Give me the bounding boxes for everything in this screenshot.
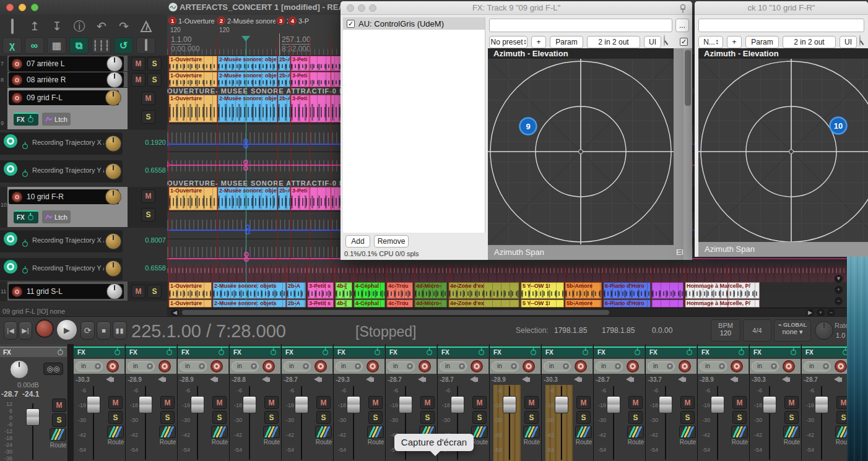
close-icon[interactable] [347,4,354,12]
volume-fader[interactable] [399,396,412,413]
record-arm-button[interactable] [263,360,275,373]
master-route-button[interactable] [50,428,66,441]
input-selector[interactable]: in▼ [544,361,571,371]
fx-power-icon[interactable] [531,350,536,355]
media-item[interactable] [651,299,684,308]
latch-mode-button[interactable]: Ltch [42,210,71,223]
horizontal-scrollbar[interactable]: ◀ ▶ + − [167,308,847,316]
speaker-icon[interactable] [106,376,115,383]
route-button[interactable] [627,426,644,438]
media-item[interactable]: 3-Petit s [307,299,334,308]
record-button[interactable] [35,319,54,338]
record-arm-button[interactable] [367,360,379,373]
remove-fx-button[interactable]: Remove [374,235,409,248]
fx-comment-field[interactable] [698,19,864,32]
fx-window-track9[interactable]: FX: Track 9 "09 grid F-L" ✓ AU: ControlG… [341,1,692,260]
pan-knob[interactable] [105,90,121,106]
volume-fader[interactable] [763,396,776,413]
speaker-icon[interactable] [366,376,375,383]
solo-button[interactable]: S [628,411,643,424]
speaker-icon[interactable] [626,376,635,383]
tempo-marker[interactable]: 120 [170,27,181,33]
global-value[interactable]: none ▾ [775,328,810,336]
undo-icon[interactable]: ↶ [92,19,111,35]
media-item[interactable]: 2-Musée sonore: objets [212,299,286,308]
volume-fader[interactable] [711,396,724,413]
volume-fader[interactable] [451,396,464,413]
fx-window-track10[interactable]: ck 10 "10 grid F-R" N...▴▾ + Param 2 in … [695,1,868,257]
media-item[interactable]: 1-Ouverture [168,72,217,87]
media-item[interactable]: 2-Musée sonore: objets [212,282,286,299]
media-item[interactable]: 1-Ouverture [168,56,217,71]
solo-button[interactable]: S [784,411,799,424]
add-fx-button[interactable]: Add [345,235,370,248]
solo-button[interactable]: S [420,411,435,424]
mute-button[interactable]: M [131,57,145,71]
pan-knob[interactable] [105,189,121,205]
fx-comment-field[interactable] [489,19,672,32]
fx-power-icon[interactable] [635,350,640,355]
input-selector[interactable]: in▼ [492,361,519,371]
mute-button[interactable]: M [784,396,799,409]
volume-fader[interactable] [503,396,516,413]
close-window-button[interactable] [6,4,14,11]
envelope-value-knob[interactable] [105,136,121,152]
azimuth-elevation-field[interactable]: 10 [698,59,868,242]
record-arm-button[interactable] [12,75,22,85]
track-fx-button[interactable]: FX [14,113,38,126]
media-item[interactable]: 2-Musée sonore: objets [217,95,277,123]
media-item[interactable]: 1-Ouverture [168,282,212,299]
master-solo-button[interactable]: S [52,413,66,427]
input-selector[interactable]: in▼ [648,361,675,371]
route-button[interactable] [471,426,488,438]
envelope-power-icon[interactable] [22,171,28,177]
minimize-icon[interactable] [358,4,365,12]
mute-button[interactable]: M [108,396,123,409]
fx-window-scrollbar[interactable] [684,48,692,260]
media-item[interactable]: 4c-Trou [386,299,413,308]
record-arm-button[interactable] [523,360,535,373]
envelope-lane-trajectory-y[interactable]: Recording Trajectory Y / ControlG 0.6558 [0,256,167,282]
media-item[interactable]: Hommage à Marcelle, P/ [685,299,760,308]
media-item[interactable]: 4-Céphal [354,282,385,299]
fx-power-icon[interactable] [791,350,796,355]
stereo-width-button[interactable]: ◎◎ [43,363,63,375]
route-button[interactable] [107,426,124,438]
project-settings-icon[interactable]: ⓘ [69,19,89,35]
solo-button[interactable]: S [212,411,227,424]
envelope-record-icon[interactable] [4,232,17,246]
mute-button[interactable]: M [472,396,487,409]
record-arm-button[interactable] [679,360,691,373]
input-selector[interactable]: in▼ [128,361,155,371]
open-project-icon[interactable]: ↥ [25,19,45,35]
save-preset-button[interactable]: + [727,36,742,48]
fx-power-icon[interactable] [739,350,744,355]
speaker-icon[interactable] [522,376,531,383]
crossfade-toggle-button[interactable]: χ [2,37,22,54]
envelope-node[interactable] [244,257,249,262]
vzoom-in-button[interactable]: + [835,286,843,294]
mute-button[interactable]: M [316,396,331,409]
media-item[interactable]: 1-Ouverture [168,95,217,123]
record-arm-button[interactable] [12,93,22,103]
solo-button[interactable]: S [147,73,162,87]
envelope-power-icon[interactable] [22,241,28,247]
solo-button[interactable]: S [368,411,383,424]
timeline-marker[interactable]: 22-Musée sonore: objet [217,17,276,25]
record-arm-button[interactable] [158,360,171,373]
speaker-icon[interactable] [314,376,323,383]
record-arm-button[interactable] [835,360,847,373]
go-to-end-button[interactable]: ▶| [19,321,32,340]
scroll-left-button[interactable]: ◀ [171,309,179,316]
master-fx-button[interactable]: FX [0,347,67,357]
io-routing-button[interactable]: 2 in 2 out [783,36,836,48]
solo-button[interactable]: S [160,411,175,424]
playback-position[interactable]: 225.1.00 / 7:28.000 [131,321,286,342]
mute-button[interactable]: M [836,396,847,409]
vscroll-down-button[interactable]: ▼ [835,275,843,283]
metronome-icon[interactable] [136,19,156,35]
route-button[interactable] [835,426,847,438]
media-item[interactable]: 3-Petit s [307,282,334,299]
selection-length[interactable]: 0.0.00 [652,326,672,335]
mute-button[interactable]: M [264,396,279,409]
